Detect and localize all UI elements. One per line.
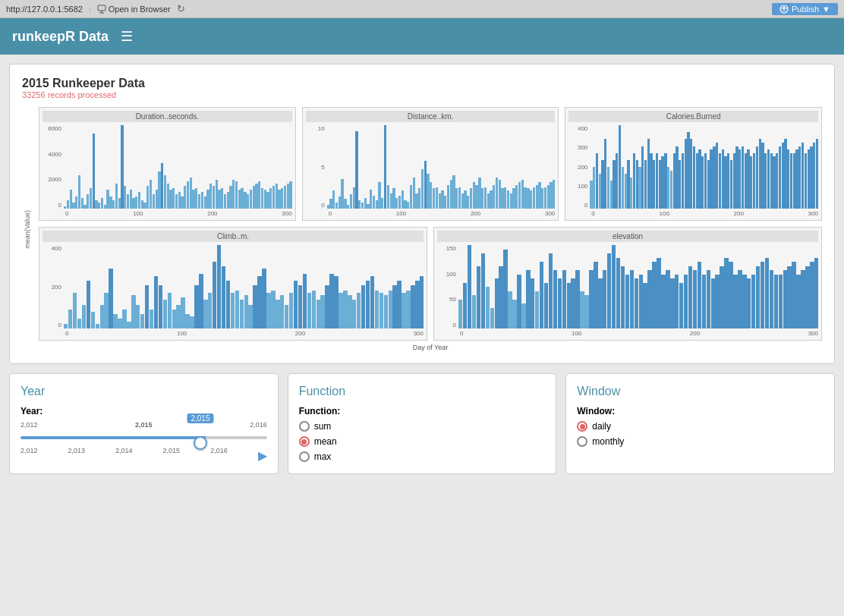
window-monthly-option[interactable]: monthly — [577, 436, 824, 447]
calories-y-axis: 4003002001000 — [568, 125, 590, 209]
year-panel: Year Year: 2,012 2,015 2,016 2,015 2,012… — [9, 373, 279, 474]
open-in-browser[interactable]: Open in Browser — [97, 5, 171, 14]
publish-button[interactable]: Publish ▼ — [772, 3, 838, 15]
slider-range-labels: 2,012 2,015 2,016 — [20, 421, 267, 429]
charts-top-row: Duration..seconds. 6000400020000 0100200… — [39, 107, 822, 221]
distance-chart: Distance..km. 1050 0100200300 — [302, 107, 559, 221]
elevation-x-axis: 0100200300 — [437, 330, 818, 337]
app-title: runkeepR Data — [12, 29, 109, 45]
distance-chart-title: Distance..km. — [306, 111, 556, 122]
slider-thumb[interactable] — [194, 436, 207, 450]
calories-chart-title: Calories.Burned — [568, 111, 818, 122]
duration-x-axis: 0100200300 — [43, 210, 292, 217]
duration-chart: Duration..seconds. 6000400020000 0100200… — [39, 107, 296, 221]
calories-chart: Calories.Burned 4003002001000 0100200300 — [565, 107, 822, 221]
window-panel-title: Window — [577, 385, 824, 398]
function-max-option[interactable]: max — [299, 451, 546, 462]
charts-bottom-row: Climb..m. 4002000 0100200300 — [39, 227, 822, 341]
climb-x-axis: 0100200300 — [43, 330, 424, 337]
distance-x-axis: 0100200300 — [306, 210, 556, 217]
elevation-y-axis: 150100500 — [437, 245, 458, 328]
climb-chart-title: Climb..m. — [43, 231, 424, 242]
window-label: Window: — [577, 406, 824, 416]
year-label: Year: — [20, 406, 267, 416]
function-radio-group: sum mean max — [299, 421, 546, 462]
x-axis-label: Day of Year — [39, 344, 822, 351]
distance-bars — [327, 125, 556, 209]
window-monthly-label: monthly — [592, 436, 624, 447]
function-mean-option[interactable]: mean — [299, 436, 546, 447]
chart-title: 2015 Runkeeper Data — [22, 77, 822, 90]
function-max-label: max — [314, 451, 332, 462]
elevation-bars — [458, 245, 818, 328]
bottom-panels: Year Year: 2,012 2,015 2,016 2,015 2,012… — [9, 373, 835, 474]
function-max-radio[interactable] — [299, 451, 310, 462]
climb-bars — [64, 245, 424, 328]
window-monthly-radio[interactable] — [577, 436, 587, 447]
slider-ticks: 2,0122,0132,0142,0152,016 ▶ — [20, 447, 267, 463]
distance-y-axis: 1050 — [306, 125, 327, 209]
duration-chart-title: Duration..seconds. — [43, 111, 292, 122]
year-slider[interactable]: 2,015 — [20, 430, 267, 445]
slider-track — [20, 436, 267, 439]
elevation-chart-title: elevation — [437, 231, 818, 242]
window-daily-radio[interactable] — [577, 421, 587, 432]
y-axis-label: mean(Value) — [24, 210, 31, 249]
climb-y-axis: 4002000 — [43, 245, 64, 328]
browser-url: http://127.0.0.1:5682 — [6, 5, 83, 14]
browser-bar: http://127.0.0.1:5682 | Open in Browser … — [0, 0, 844, 18]
function-mean-label: mean — [314, 436, 337, 447]
window-radio-group: daily monthly — [577, 421, 824, 447]
window-daily-option[interactable]: daily — [577, 421, 824, 432]
duration-bars — [64, 125, 292, 209]
app-header: runkeepR Data ☰ — [0, 18, 844, 55]
publish-icon — [779, 5, 789, 14]
function-panel-title: Function — [299, 385, 546, 398]
climb-chart: Climb..m. 4002000 0100200300 — [39, 227, 427, 341]
svg-rect-0 — [98, 5, 106, 11]
year-panel-title: Year — [20, 385, 267, 398]
function-sum-radio[interactable] — [299, 421, 310, 432]
play-button[interactable]: ▶ — [258, 448, 267, 463]
calories-bars — [590, 125, 818, 209]
function-label: Function: — [299, 406, 546, 416]
elevation-chart: elevation 150100500 0100200300 — [433, 227, 822, 341]
menu-button[interactable]: ☰ — [121, 28, 133, 45]
main-content: 2015 Runkeeper Data 33256 records proces… — [0, 55, 844, 483]
function-panel: Function Function: sum mean max — [288, 373, 557, 474]
duration-y-axis: 6000400020000 — [43, 125, 64, 209]
chart-panel: 2015 Runkeeper Data 33256 records proces… — [9, 64, 835, 364]
monitor-icon — [97, 5, 106, 14]
refresh-button[interactable]: ↻ — [177, 3, 185, 14]
slider-value-bubble: 2,015 — [187, 413, 213, 423]
function-sum-option[interactable]: sum — [299, 421, 546, 432]
calories-x-axis: 0100200300 — [568, 210, 818, 217]
window-panel: Window Window: daily monthly — [565, 373, 835, 474]
function-sum-label: sum — [314, 421, 332, 432]
function-mean-radio[interactable] — [299, 436, 310, 447]
chart-subtitle: 33256 records processed — [22, 90, 822, 99]
window-daily-label: daily — [592, 421, 611, 432]
